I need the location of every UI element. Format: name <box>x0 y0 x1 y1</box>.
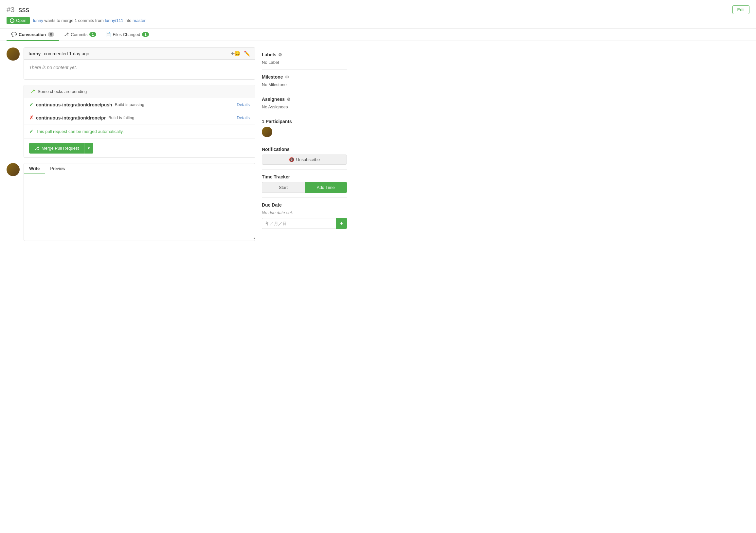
milestone-value: No Milestone <box>262 82 347 87</box>
notifications-section: Notifications 🔇 Unsubscribe <box>262 142 347 170</box>
pr-meta-description: lunny wants to merge 1 commits from lunn… <box>33 18 146 23</box>
comment-header: lunny commented 1 day ago +😊 ✏️ <box>24 48 255 60</box>
check-fail-icon: ✗ <box>29 115 33 121</box>
checks-header: ⎇ Some checks are pending <box>24 85 255 98</box>
write-wrapper: Write Preview <box>7 163 255 241</box>
conversation-badge: 0 <box>48 32 54 37</box>
commits-badge: 1 <box>89 32 96 37</box>
comment-author: lunny <box>28 51 40 56</box>
write-tab-preview[interactable]: Preview <box>45 163 70 174</box>
due-date-title: Due Date <box>262 202 347 208</box>
tab-conversation[interactable]: 💬 Conversation 0 <box>7 28 59 41</box>
tabs-bar: 💬 Conversation 0 ⎇ Commits 1 📄 Files Cha… <box>0 28 756 41</box>
check-pr-details[interactable]: Details <box>237 115 250 120</box>
check-pass-icon: ✓ <box>29 101 33 108</box>
pr-title: #3 sss <box>7 6 29 14</box>
due-date-note: No due date set. <box>262 210 347 215</box>
participants-section: 1 Participants <box>262 114 347 142</box>
tab-files-changed[interactable]: 📄 Files Changed 1 <box>101 28 153 41</box>
write-box: Write Preview <box>24 163 255 241</box>
open-badge: ! Open <box>7 17 30 24</box>
merge-btn-icon: ⎇ <box>34 146 39 151</box>
milestone-title: Milestone ⚙ <box>262 74 347 80</box>
milestone-section: Milestone ⚙ No Milestone <box>262 70 347 92</box>
emoji-reaction-button[interactable]: +😊 <box>231 50 241 57</box>
comment-body: There is no content yet. <box>24 60 255 79</box>
check-push-name: continuous-integration/drone/push <box>36 102 112 107</box>
auto-merge-row: ✓ This pull request can be merged automa… <box>24 125 255 139</box>
time-add-button[interactable]: Add Time <box>305 182 347 193</box>
unsubscribe-button[interactable]: 🔇 Unsubscribe <box>262 154 347 165</box>
merge-dropdown-button[interactable]: ▾ <box>84 143 93 154</box>
labels-gear-icon[interactable]: ⚙ <box>278 52 282 57</box>
assignees-section: Assignees ⚙ No Assignees <box>262 92 347 114</box>
check-row-pr: ✗ continuous-integration/drone/pr Build … <box>24 111 255 125</box>
comment-textarea[interactable] <box>24 174 255 240</box>
check-row-push: ✓ continuous-integration/drone/push Buil… <box>24 98 255 111</box>
labels-section: Labels ⚙ No Label <box>262 47 347 70</box>
comment-box: lunny commented 1 day ago +😊 ✏️ There is… <box>24 47 255 80</box>
due-date-section: Due Date No due date set. + <box>262 198 347 234</box>
merge-btn-row: ⎇ Merge Pull Request ▾ <box>24 139 255 157</box>
time-start-button[interactable]: Start <box>262 182 305 193</box>
time-tracker-section: Time Tracker Start Add Time <box>262 170 347 198</box>
comment-action: commented <box>44 51 68 56</box>
write-author-avatar <box>7 163 20 176</box>
labels-value: No Label <box>262 60 347 65</box>
participant-avatar <box>262 127 272 137</box>
due-date-row: + <box>262 218 347 229</box>
check-pr-name: continuous-integration/drone/pr <box>36 115 106 121</box>
unsubscribe-icon: 🔇 <box>289 157 294 162</box>
pr-author-link[interactable]: lunny <box>33 18 43 23</box>
time-tracker-title: Time Tracker <box>262 174 347 180</box>
merge-pending-icon: ⎇ <box>29 88 35 95</box>
pr-branch-into-link[interactable]: master <box>133 18 146 23</box>
pr-number: #3 <box>7 6 14 14</box>
assignees-gear-icon[interactable]: ⚙ <box>287 97 291 102</box>
comment-time: 1 day ago <box>69 51 89 56</box>
merge-pull-request-button[interactable]: ⎇ Merge Pull Request <box>29 143 84 154</box>
commits-icon: ⎇ <box>64 32 69 37</box>
due-date-add-button[interactable]: + <box>336 218 347 229</box>
files-changed-badge: 1 <box>142 32 148 37</box>
right-panel: Labels ⚙ No Label Milestone ⚙ No Milesto… <box>262 47 347 246</box>
write-tabs: Write Preview <box>24 163 255 174</box>
open-badge-icon: ! <box>10 18 14 23</box>
pr-title-text: sss <box>19 6 29 14</box>
milestone-gear-icon[interactable]: ⚙ <box>285 75 289 80</box>
participants-count: 1 Participants <box>262 119 347 124</box>
due-date-input[interactable] <box>262 218 336 229</box>
files-changed-icon: 📄 <box>105 32 111 37</box>
time-tracker-row: Start Add Time <box>262 182 347 193</box>
edit-button[interactable]: Edit <box>732 5 749 14</box>
tab-commits[interactable]: ⎇ Commits 1 <box>59 28 100 41</box>
comment-wrapper: lunny commented 1 day ago +😊 ✏️ There is… <box>7 47 255 80</box>
pr-meta-into: into <box>124 18 133 23</box>
check-push-status: Build is passing <box>115 102 144 107</box>
check-push-details[interactable]: Details <box>237 102 250 107</box>
comment-actions: +😊 ✏️ <box>231 50 250 57</box>
notifications-title: Notifications <box>262 147 347 152</box>
checks-section: ⎇ Some checks are pending ✓ continuous-i… <box>24 85 255 158</box>
auto-merge-check-icon: ✓ <box>29 128 33 134</box>
comment-author-avatar <box>7 47 20 61</box>
conversation-icon: 💬 <box>11 32 17 37</box>
check-pr-status: Build is failing <box>108 115 135 120</box>
assignees-value: No Assignees <box>262 104 347 109</box>
pr-branch-from-link[interactable]: lunny/111 <box>105 18 123 23</box>
labels-title: Labels ⚙ <box>262 52 347 57</box>
write-tab-write[interactable]: Write <box>24 163 45 174</box>
assignees-title: Assignees ⚙ <box>262 97 347 102</box>
edit-comment-button[interactable]: ✏️ <box>244 50 250 57</box>
pr-meta-action: wants to merge 1 commits from <box>44 18 104 23</box>
